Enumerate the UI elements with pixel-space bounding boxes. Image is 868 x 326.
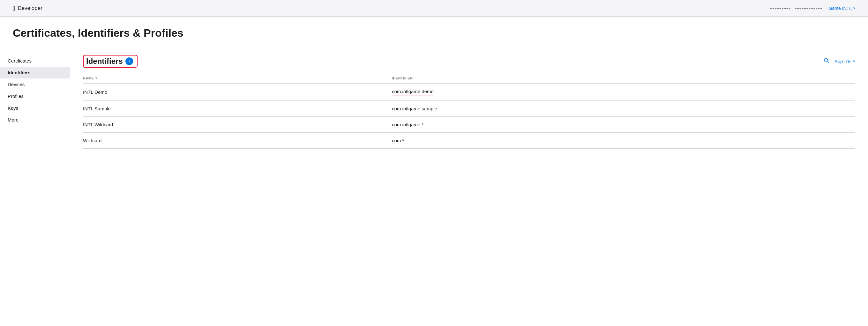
main-content: Identifiers + App IDs NA [70, 47, 868, 326]
sidebar: Certificates Identifiers Devices Profile… [0, 47, 70, 326]
identifiers-table: NAME IDENTIFIER INTL Demo com.intlgame.d… [83, 73, 855, 149]
table-row[interactable]: Wildcard com.* [83, 133, 855, 149]
row-identifier: com.intlgame.demo [392, 84, 855, 101]
page-title: Certificates, Identifiers & Profiles [13, 27, 855, 39]
nav-brand-area:  Developer [13, 5, 42, 11]
section-title: Identifiers [86, 57, 123, 66]
name-sort-button[interactable]: NAME [83, 76, 98, 80]
add-identifier-button[interactable]: + [125, 57, 133, 65]
account-blurred-2: ●●●●●●●●●●●● [795, 6, 823, 10]
table-header-row: NAME IDENTIFIER [83, 73, 855, 84]
account-info: ●●●●●●●●● ●●●●●●●●●●●● [770, 6, 822, 10]
header-right: App IDs [824, 58, 855, 65]
identifiers-box: Identifiers + [83, 55, 137, 68]
sidebar-item-profiles[interactable]: Profiles [0, 90, 70, 102]
sidebar-item-identifiers[interactable]: Identifiers [0, 67, 70, 78]
section-header: Identifiers + App IDs [83, 47, 855, 73]
nav-right-area: ●●●●●●●●● ●●●●●●●●●●●● Game INTL [770, 6, 855, 11]
row-name: INTL Demo [83, 84, 392, 101]
column-header-name: NAME [83, 73, 392, 84]
app-ids-dropdown-button[interactable]: App IDs [835, 59, 855, 64]
section-title-wrap: Identifiers + [83, 55, 137, 68]
nav-brand-label: Developer [18, 5, 42, 11]
identifier-value: com.intlgame.demo [392, 89, 434, 95]
row-identifier: com.* [392, 133, 855, 149]
sidebar-item-keys[interactable]: Keys [0, 102, 70, 114]
table-row[interactable]: INTL Wildcard com.intlgame.* [83, 117, 855, 133]
svg-line-1 [827, 61, 829, 63]
identifier-value: com.* [392, 138, 404, 143]
sidebar-item-devices[interactable]: Devices [0, 78, 70, 90]
sidebar-item-certificates[interactable]: Certificates [0, 55, 70, 67]
apple-logo-icon:  [13, 5, 15, 11]
row-name: INTL Sample [83, 101, 392, 117]
row-identifier: com.intlgame.sample [392, 101, 855, 117]
column-header-identifier: IDENTIFIER [392, 73, 855, 84]
identifier-value: com.intlgame.* [392, 122, 424, 127]
table-row[interactable]: INTL Demo com.intlgame.demo [83, 84, 855, 101]
row-identifier: com.intlgame.* [392, 117, 855, 133]
content-area: Certificates Identifiers Devices Profile… [0, 47, 868, 326]
search-button[interactable] [824, 58, 829, 65]
game-intl-button[interactable]: Game INTL [829, 6, 855, 11]
page-header: Certificates, Identifiers & Profiles [0, 17, 868, 47]
row-name: INTL Wildcard [83, 117, 392, 133]
sidebar-item-more[interactable]: More [0, 114, 70, 126]
account-blurred-1: ●●●●●●●●● [770, 6, 790, 10]
table-row[interactable]: INTL Sample com.intlgame.sample [83, 101, 855, 117]
identifier-value: com.intlgame.sample [392, 106, 437, 111]
top-nav:  Developer ●●●●●●●●● ●●●●●●●●●●●● Game … [0, 0, 868, 17]
row-name: Wildcard [83, 133, 392, 149]
